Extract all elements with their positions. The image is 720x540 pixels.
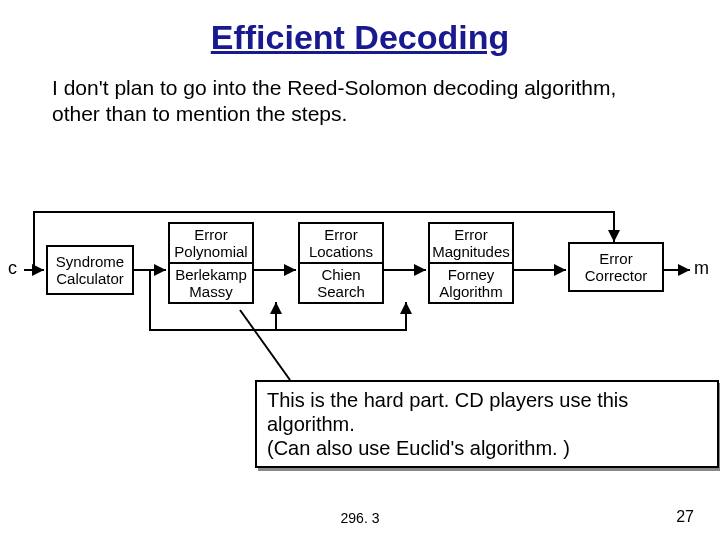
box-error-mag: Error Magnitudes xyxy=(428,222,514,264)
decoding-diagram: c Syndrome Calculator Error Polynomial B… xyxy=(0,200,720,370)
box-corrector-l2: Corrector xyxy=(572,267,660,284)
box-syndrome: Syndrome Calculator xyxy=(46,245,134,295)
box-chien-l1: Chien xyxy=(302,266,380,283)
box-chien-l2: Search xyxy=(302,283,380,300)
box-corrector: Error Corrector xyxy=(568,242,664,292)
box-error-loc: Error Locations xyxy=(298,222,384,264)
box-error-loc-l1: Error xyxy=(302,226,380,243)
hard-part-note: This is the hard part. CD players use th… xyxy=(255,380,719,468)
slide-title: Efficient Decoding xyxy=(0,18,720,57)
box-error-mag-l2: Magnitudes xyxy=(432,243,510,260)
note-line2: (Can also use Euclid's algorithm. ) xyxy=(267,437,570,459)
box-error-poly-l1: Error xyxy=(172,226,250,243)
output-label-m: m xyxy=(694,258,709,279)
box-forney-l1: Forney xyxy=(432,266,510,283)
box-syndrome-l2: Calculator xyxy=(50,270,130,287)
box-berlekamp-l1: Berlekamp xyxy=(172,266,250,283)
intro-text: I don't plan to go into the Reed-Solomon… xyxy=(52,75,668,128)
box-forney: Forney Algorithm xyxy=(428,262,514,304)
note-line1: This is the hard part. CD players use th… xyxy=(267,389,628,435)
input-label-c: c xyxy=(8,258,17,279)
footer-number: 296. 3 xyxy=(0,510,720,526)
box-berlekamp: Berlekamp Massy xyxy=(168,262,254,304)
box-error-poly: Error Polynomial xyxy=(168,222,254,264)
box-corrector-l1: Error xyxy=(572,250,660,267)
svg-line-6 xyxy=(240,310,290,380)
box-chien: Chien Search xyxy=(298,262,384,304)
box-error-mag-l1: Error xyxy=(432,226,510,243)
box-forney-l2: Algorithm xyxy=(432,283,510,300)
box-berlekamp-l2: Massy xyxy=(172,283,250,300)
page-number: 27 xyxy=(676,508,694,526)
box-error-loc-l2: Locations xyxy=(302,243,380,260)
box-error-poly-l2: Polynomial xyxy=(172,243,250,260)
box-syndrome-l1: Syndrome xyxy=(50,253,130,270)
